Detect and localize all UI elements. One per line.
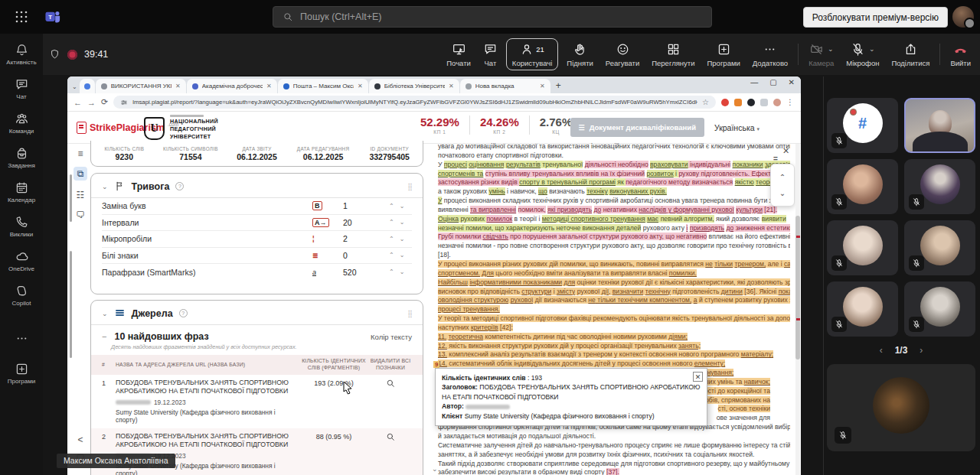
tab-close-icon[interactable]: ✕ (266, 83, 272, 89)
self-video-tile[interactable] (827, 364, 975, 451)
step-down-icon[interactable]: ⌄ (400, 252, 405, 259)
step-up-icon[interactable]: ⌃ (389, 203, 394, 210)
sidebar-item-more[interactable] (0, 321, 43, 356)
minimize-icon[interactable]: — (750, 78, 758, 86)
tab-close-icon[interactable]: ✕ (449, 83, 454, 89)
step-down-icon[interactable]: ⌄ (400, 268, 405, 275)
user-avatar[interactable] (952, 6, 974, 28)
help-icon[interactable]: ? (179, 309, 188, 317)
participant-tile[interactable] (904, 281, 975, 337)
pager-prev-icon[interactable]: ‹ (880, 345, 883, 356)
browser-tab[interactable]: Бібліотека Університету Ушин...✕ (369, 79, 459, 93)
meetbar-button-start[interactable]: Почати (440, 34, 477, 75)
extension-icon[interactable] (721, 99, 729, 106)
unlock-premium-button[interactable]: Розблокувати преміум-версію (803, 7, 948, 28)
step-up-icon[interactable]: ⌃ (389, 252, 394, 259)
meetbar-button-camera[interactable]: ⌄Камера (802, 34, 840, 75)
meetbar-button-raise[interactable]: Підняти (560, 34, 599, 75)
step-down-icon[interactable]: ⌄ (400, 203, 405, 210)
drag-handle-icon[interactable]: ⣿ (407, 310, 413, 317)
sidebar-item-teams[interactable]: Команди (0, 106, 43, 140)
sidebar-item-calendar[interactable]: Календар (0, 174, 43, 209)
extension-icon[interactable] (734, 99, 742, 106)
browser-tab[interactable]: Пошта – Максим Оксана Ана...✕ (278, 79, 368, 93)
meetbar-button-react[interactable]: Реагувати (599, 34, 645, 75)
back-icon[interactable]: ← (74, 98, 82, 107)
step-up-icon[interactable]: ⌃ (389, 236, 394, 242)
sidebar-item-onedrive[interactable]: OneDrive (0, 243, 43, 278)
step-down-icon[interactable]: ⌄ (400, 219, 405, 226)
tab-close-icon[interactable]: ✕ (358, 83, 363, 89)
reload-icon[interactable]: ⟳ (101, 97, 108, 107)
document-status-button[interactable]: ☰ Документ дискваліфікований (570, 118, 704, 137)
address-bar[interactable]: lmsapi.plagiat.pl/report/?language=uk&au… (113, 96, 716, 109)
pages-icon[interactable]: ⧉ (74, 167, 87, 181)
site-settings-icon[interactable] (120, 99, 128, 106)
close-icon[interactable]: ✕ (789, 78, 795, 86)
browser-tab[interactable]: Академічна доброчесність у ...✕ (187, 79, 277, 93)
meetbar-button-chat[interactable]: Чат (477, 34, 504, 75)
sidebar-item-activity[interactable]: Активність (0, 37, 43, 71)
meetbar-button-people[interactable]: 21Користувачі (506, 38, 558, 70)
meetbar-button-leave[interactable]: Вийти (944, 34, 977, 75)
menu-icon[interactable]: ≡ (74, 147, 87, 161)
sidebar-item-calls[interactable]: Виклики (0, 209, 43, 243)
chevron-down-icon[interactable]: ⌄ (869, 45, 875, 53)
pager-next-icon[interactable]: › (920, 345, 923, 356)
scroll-up-icon[interactable]: ⌃ (779, 173, 786, 181)
sidebar-item-copilot[interactable]: Copilot (0, 278, 43, 312)
meetbar-button-view[interactable]: Переглянути (645, 34, 701, 75)
sidebar-item-apps[interactable]: Програми (0, 356, 43, 390)
forward-icon[interactable]: → (87, 98, 96, 107)
step-up-icon[interactable]: ⌃ (389, 268, 394, 275)
share-report-icon[interactable]: < (74, 433, 87, 447)
participant-tile[interactable]: # (827, 98, 898, 153)
magnifier-icon[interactable] (386, 379, 395, 388)
document-scrollbar[interactable] (795, 144, 800, 475)
app-launcher-icon[interactable] (15, 11, 28, 23)
search-input[interactable]: Пошук (Ctrl+Alt+E) (273, 6, 712, 28)
collapse-chevron-icon[interactable]: ⌄ (102, 183, 108, 190)
scroll-down-caret-icon[interactable]: ⌄ (432, 465, 438, 473)
new-tab-icon[interactable]: + (556, 80, 561, 91)
sidebar-item-assignments[interactable]: Завдання (0, 140, 43, 174)
meetbar-button-mic[interactable]: ⌄Мікрофон (840, 34, 885, 75)
meetbar-button-more[interactable]: Додатково (746, 34, 794, 75)
magnifier-icon[interactable] (386, 432, 395, 441)
participant-tile[interactable] (827, 159, 898, 214)
participant-tile[interactable] (904, 220, 975, 275)
extension-icon[interactable] (747, 99, 755, 106)
step-down-icon[interactable]: ⌄ (400, 236, 405, 242)
help-icon[interactable]: ? (175, 182, 184, 190)
sidebar-item-chat[interactable]: Чат (0, 71, 43, 106)
drag-handle-icon[interactable]: ⣿ (407, 183, 413, 190)
bookmark-star-icon[interactable]: ☆ (702, 98, 709, 106)
list-view-icon[interactable]: ☷ (74, 188, 87, 202)
meetbar-button-apps[interactable]: Програми (701, 34, 746, 75)
tab-close-icon[interactable]: ✕ (175, 83, 181, 89)
source-row[interactable]: 1ПОБУДОВА ТРЕНУВАЛЬНИХ ЗАНЯТЬ СПОРТИВНОЮ… (91, 375, 423, 428)
tab-close-icon[interactable]: ✕ (540, 83, 545, 89)
popup-close-icon[interactable]: ✕ (693, 372, 703, 382)
language-dropdown[interactable]: Українська ▾ (714, 123, 760, 132)
participant-tile[interactable] (827, 281, 898, 337)
collapse-minus-icon[interactable]: − (102, 332, 106, 341)
chevron-down-icon[interactable]: ⌄ (828, 45, 834, 53)
meetbar-button-share[interactable]: Поділитися (885, 34, 936, 75)
browser-menu-icon[interactable]: ⋮ (786, 98, 795, 106)
profile-icon[interactable] (773, 99, 781, 106)
collapse-chevron-icon[interactable]: ⌄ (102, 310, 108, 317)
menu-equals-icon[interactable]: = (773, 155, 778, 163)
extension-icon[interactable] (760, 99, 768, 106)
participant-tile-active-speaker[interactable] (904, 98, 975, 153)
participant-tile[interactable] (827, 220, 898, 275)
maximize-icon[interactable]: ▢ (769, 78, 776, 86)
browser-tab[interactable]: Нова вкладка✕ (460, 79, 550, 93)
step-up-icon[interactable]: ⌃ (389, 219, 394, 226)
text-color-label[interactable]: Колір тексту (371, 333, 412, 341)
scroll-down-icon[interactable]: ⌄ (779, 189, 786, 197)
close-panel-icon[interactable]: ✕ (782, 146, 789, 156)
tab-search-caret-icon[interactable]: ⌄ (72, 83, 77, 90)
browser-tab[interactable]: ВИКОРИСТАННЯ УКРАЇНСЬК...✕ (96, 79, 186, 93)
fragment-marker[interactable]: 9 (433, 361, 439, 368)
